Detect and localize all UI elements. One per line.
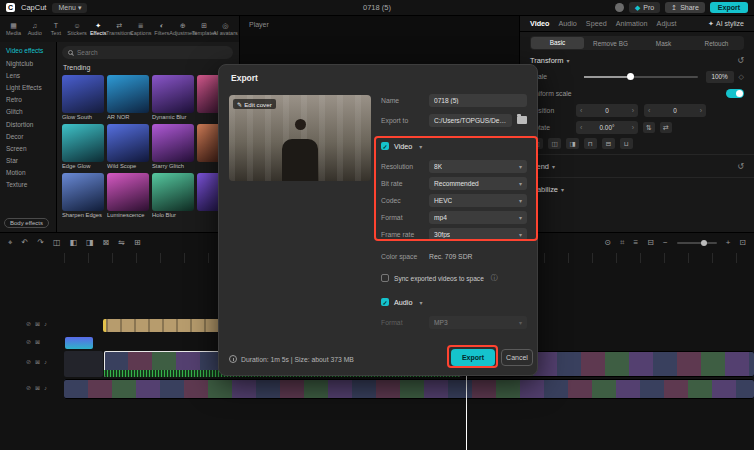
format-dropdown[interactable]: mp4▾ (429, 211, 527, 224)
lock-track-icon[interactable]: ⊠ (35, 321, 40, 327)
position-y-stepper[interactable]: ‹0› (644, 104, 706, 117)
audio-format-dropdown[interactable]: MP3▾ (429, 316, 527, 329)
resolution-dropdown[interactable]: 8K▾ (429, 160, 527, 173)
info-icon[interactable]: ⓘ (491, 273, 498, 283)
hide-track-icon[interactable]: ⊘ (26, 339, 31, 345)
lock-track-icon[interactable]: ⊠ (35, 339, 40, 345)
toolbar-item-adjustment[interactable]: ⊕Adjustment (173, 18, 194, 40)
name-input[interactable]: 0718 (5) (429, 94, 527, 107)
stepper-left-icon[interactable]: ‹ (580, 124, 582, 131)
position-x-stepper[interactable]: ‹0› (576, 104, 638, 117)
effect-item[interactable]: AR NOR (107, 75, 149, 120)
mute-track-icon[interactable]: ♪ (44, 321, 47, 327)
export-confirm-button[interactable]: Export (451, 349, 495, 366)
blend-section-header[interactable]: Blend▾ ↺ (520, 158, 754, 174)
subtab-mask[interactable]: Mask (637, 40, 690, 47)
export-button-topbar[interactable]: Export (710, 2, 748, 13)
align-middle-icon[interactable]: ⊟ (602, 138, 615, 149)
toolbar-item-transitions[interactable]: ⇄Transitions (109, 18, 130, 40)
subtab-remove-bg[interactable]: Remove BG (584, 40, 637, 47)
video-clip[interactable] (64, 351, 103, 377)
effect-item[interactable]: Wild Scope (107, 124, 149, 169)
toolbar-item-captions[interactable]: ≣Captions (130, 18, 151, 40)
category-video-effects[interactable]: Video effects (0, 44, 56, 57)
category-decor[interactable]: Decor (0, 130, 56, 142)
scale-value[interactable]: 100% (706, 71, 734, 83)
audio-checkbox[interactable]: ✓ (381, 298, 389, 306)
align-center-icon[interactable]: ◫ (548, 138, 561, 149)
video-clip[interactable] (64, 379, 754, 399)
category-retro[interactable]: Retro (0, 94, 56, 106)
category-texture[interactable]: Texture (0, 179, 56, 191)
effect-item[interactable]: Edge Glow (62, 124, 104, 169)
category-star[interactable]: Star (0, 155, 56, 167)
pro-button[interactable]: ◆Pro (629, 2, 660, 13)
effect-item[interactable]: Luminescence (107, 173, 149, 218)
chevron-down-icon[interactable]: ▾ (419, 299, 422, 306)
subtab-basic[interactable]: Basic (531, 37, 584, 49)
body-effects-button[interactable]: Body effects (4, 218, 49, 228)
category-motion[interactable]: Motion (0, 167, 56, 179)
scale-slider[interactable] (584, 76, 698, 78)
category-lens[interactable]: Lens (0, 69, 56, 81)
sync-checkbox[interactable] (381, 274, 389, 282)
toolbar-item-text[interactable]: TText (45, 18, 66, 40)
export-path-input[interactable]: C:/Users/TOPGUS/Desktop/0718 (5... (429, 114, 512, 127)
tab-ai-stylize[interactable]: ✦AI stylize (708, 20, 744, 28)
bitrate-dropdown[interactable]: Recommended▾ (429, 177, 527, 190)
codec-dropdown[interactable]: HEVC▾ (429, 194, 527, 207)
stepper-right-icon[interactable]: › (632, 107, 634, 114)
align-right-icon[interactable]: ◨ (566, 138, 579, 149)
toolbar-item-media[interactable]: ▦Media (3, 18, 24, 40)
undo-icon[interactable]: ↶ (22, 239, 29, 247)
category-light-effects[interactable]: Light Effects (0, 81, 56, 93)
tab-video[interactable]: Video (530, 19, 549, 28)
redo-icon[interactable]: ↷ (37, 239, 44, 247)
category-screen[interactable]: Screen (0, 142, 56, 154)
toolbar-item-ai-avatars[interactable]: ◎AI avatars (215, 18, 236, 40)
rotate-stepper[interactable]: ‹0.00°› (576, 121, 638, 134)
category-distortion[interactable]: Distortion (0, 118, 56, 130)
toolbar-item-effects[interactable]: ✦Effects (88, 18, 109, 40)
account-avatar[interactable] (615, 3, 624, 12)
hide-track-icon[interactable]: ⊘ (26, 385, 31, 391)
effect-item[interactable]: Sharpen Edges (62, 173, 104, 218)
menu-button[interactable]: Menu ▾ (52, 3, 87, 13)
toolbar-item-templates[interactable]: ⊞Templates (194, 18, 215, 40)
stepper-right-icon[interactable]: › (700, 107, 702, 114)
category-nightclub[interactable]: Nightclub (0, 57, 56, 69)
tab-animation[interactable]: Animation (616, 19, 648, 28)
flip-vertical-icon[interactable]: ⇅ (643, 122, 655, 133)
align-bottom-icon[interactable]: ⊔ (620, 138, 633, 149)
chevron-down-icon[interactable]: ▾ (419, 143, 422, 150)
folder-icon[interactable] (517, 116, 527, 124)
reset-icon[interactable]: ↺ (737, 56, 744, 65)
cursor-tool-icon[interactable]: ⌖ (8, 239, 13, 247)
framerate-dropdown[interactable]: 30fps▾ (429, 228, 527, 241)
slider-knob[interactable] (627, 73, 634, 80)
effect-item[interactable]: Starry Glitch (152, 124, 194, 169)
tab-audio[interactable]: Audio (558, 19, 576, 28)
mute-track-icon[interactable]: ♪ (44, 359, 47, 365)
effect-item[interactable]: Holo Blur (152, 173, 194, 218)
lock-track-icon[interactable]: ⊠ (35, 359, 40, 365)
stepper-left-icon[interactable]: ‹ (580, 107, 582, 114)
flip-horizontal-icon[interactable]: ⇄ (660, 122, 672, 133)
stabilize-section-header[interactable]: Stabilize▾ (520, 181, 754, 197)
mute-track-icon[interactable]: ♪ (44, 385, 47, 391)
lock-track-icon[interactable]: ⊠ (35, 385, 40, 391)
effect-item[interactable]: Dynamic Blur (152, 75, 194, 120)
toolbar-item-filters[interactable]: ◐Filters (151, 18, 172, 40)
transform-section-header[interactable]: Transform▾ ↺ (520, 52, 754, 68)
video-checkbox[interactable]: ✓ (381, 142, 389, 150)
split-icon[interactable]: ◫ (53, 239, 61, 247)
reset-icon[interactable]: ↺ (737, 162, 744, 171)
effect-clip[interactable] (65, 337, 93, 349)
cancel-button[interactable]: Cancel (501, 349, 533, 366)
toolbar-item-audio[interactable]: ♫Audio (24, 18, 45, 40)
effect-item[interactable]: Glow South (62, 75, 104, 120)
stepper-right-icon[interactable]: › (632, 124, 634, 131)
edit-cover-button[interactable]: ✎Edit cover (233, 99, 276, 109)
stepper-left-icon[interactable]: ‹ (648, 107, 650, 114)
hide-track-icon[interactable]: ⊘ (26, 321, 31, 327)
